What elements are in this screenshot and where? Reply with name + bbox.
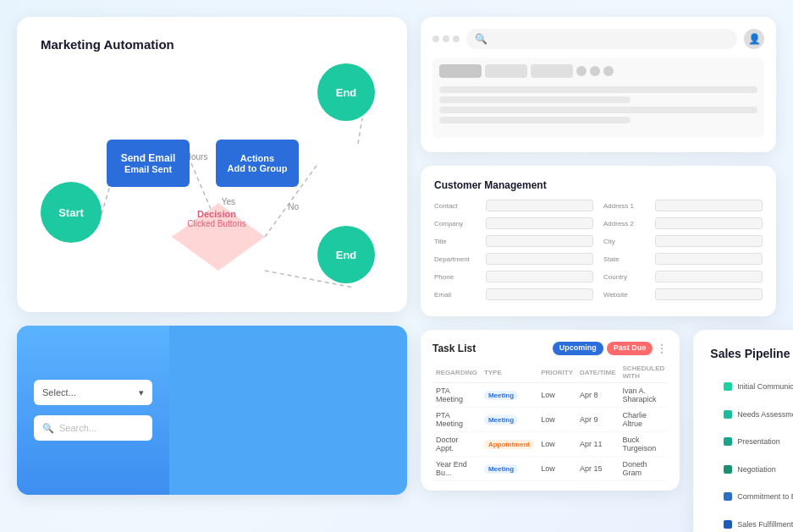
sales-content: Initial Communication 5 Needs Assessment… [710, 373, 793, 532]
end-node-bottom: End [317, 226, 375, 283]
left-column: Marketing Automation Start [17, 17, 407, 532]
form-input-contact[interactable] [486, 200, 593, 211]
customer-title: Customer Management [434, 179, 763, 191]
form-row-email: Email [434, 288, 593, 300]
actions-node[interactable]: Actions Add to Group [216, 140, 299, 187]
browser-tab-2[interactable] [485, 64, 527, 78]
cell-priority: Low [537, 457, 576, 481]
form-input-phone[interactable] [486, 271, 593, 282]
task-table: REGARDING TYPE PRIORITY DATE/TIME SCHEDU… [432, 362, 668, 481]
col-datetime: DATE/TIME [576, 362, 620, 383]
upcoming-badge[interactable]: Upcoming [553, 342, 603, 355]
form-row-address2: Address 2 [603, 217, 763, 229]
chevron-down-icon: ▾ [139, 387, 144, 398]
browser-icon-2[interactable] [590, 66, 600, 76]
form-row-phone: Phone [434, 271, 593, 282]
type-badge-meeting: Meeting [484, 464, 518, 474]
form-input-address2[interactable] [655, 217, 763, 229]
task-list-card: Task List Upcoming Past Due ⋮ REGARDING … [421, 330, 680, 491]
sales-legend: Initial Communication 5 Needs Assessment… [724, 373, 793, 532]
sales-pipeline-container: Sales Pipeline Count Value Initia [693, 330, 793, 532]
legend-item: Sales Fulfillment 1 [724, 520, 793, 529]
form-row-city: City [603, 235, 763, 247]
form-label-city: City [603, 238, 650, 245]
marketing-automation-card: Marketing Automation Start [17, 17, 407, 312]
actions-sub: Add to Group [228, 163, 288, 173]
form-label-title: Title [434, 238, 481, 245]
browser-dot-red [432, 36, 439, 42]
table-row[interactable]: PTA Meeting Meeting Low Apr 9 Charlie Al… [432, 408, 668, 432]
dropdown-mock[interactable]: Select... ▾ [34, 380, 152, 405]
marketing-title: Marketing Automation [41, 37, 383, 52]
cell-regarding: PTA Meeting [432, 408, 481, 432]
cell-datetime: Apr 8 [576, 383, 620, 408]
task-list-title: Task List [432, 343, 476, 354]
search-label: Search... [59, 423, 96, 433]
browser-toolbar: 🔍 👤 [432, 29, 764, 49]
form-input-state[interactable] [655, 253, 763, 265]
task-blue-sidebar: Select... ▾ 🔍 Search... [17, 326, 169, 495]
dropdown-value: Select... [42, 387, 76, 398]
task-list-header: Task List Upcoming Past Due ⋮ [432, 342, 668, 355]
browser-line-2 [439, 96, 631, 103]
svg-line-3 [358, 118, 362, 144]
browser-icon-1[interactable] [576, 66, 586, 76]
send-email-node[interactable]: Send Email Email Sent [107, 140, 190, 187]
cell-scheduled: Charlie Altrue [620, 408, 669, 432]
table-row[interactable]: PTA Meeting Meeting Low Apr 8 Ivan A. Sh… [432, 383, 668, 408]
legend-label: Negotiation [737, 465, 793, 474]
form-input-address1[interactable] [655, 200, 763, 211]
form-label-phone: Phone [434, 273, 481, 281]
cell-priority: Low [537, 432, 576, 457]
legend-item: Negotiation 19 [724, 465, 793, 474]
cell-regarding: Year End Bu... [432, 457, 481, 481]
browser-icon-3[interactable] [603, 66, 614, 76]
form-input-dept[interactable] [486, 253, 593, 265]
past-due-badge[interactable]: Past Due [607, 342, 653, 355]
form-row-website: Website [603, 288, 763, 300]
legend-dot [724, 492, 732, 501]
browser-addressbar[interactable]: 🔍 [466, 29, 737, 49]
actions-main: Actions [240, 153, 274, 163]
browser-action-icons [576, 64, 614, 78]
form-input-website[interactable] [655, 288, 763, 300]
form-input-title[interactable] [486, 235, 593, 247]
avatar[interactable]: 👤 [744, 29, 764, 49]
customer-management-card: Customer Management Contact Address 1 Co… [421, 166, 776, 316]
cell-regarding: Doctor Appt. [432, 432, 481, 457]
form-label-company: Company [434, 220, 481, 228]
form-label-state: State [603, 255, 650, 263]
browser-tab-3[interactable] [531, 64, 573, 78]
cell-scheduled: Doneth Gram [620, 457, 669, 481]
decision-node[interactable]: Decision Clicked Buttons [166, 209, 267, 228]
sales-header: Sales Pipeline Count Value [710, 345, 793, 361]
table-row[interactable]: Doctor Appt. Appointment Low Apr 11 Buck… [432, 432, 668, 457]
search-icon: 🔍 [42, 423, 54, 434]
form-input-company[interactable] [486, 217, 593, 229]
browser-dot-green [453, 36, 460, 42]
browser-line-3 [439, 107, 757, 113]
legend-dot [724, 382, 732, 391]
cell-regarding: PTA Meeting [432, 383, 481, 408]
legend-label: Needs Assessment [737, 410, 793, 419]
table-header-row: REGARDING TYPE PRIORITY DATE/TIME SCHEDU… [432, 362, 668, 383]
form-input-country[interactable] [655, 271, 763, 282]
legend-item: Initial Communication 5 [724, 382, 793, 391]
cell-scheduled: Ivan A. Sharapick [620, 383, 669, 408]
table-row[interactable]: Year End Bu... Meeting Low Apr 15 Doneth… [432, 457, 668, 481]
form-row-country: Country [603, 271, 763, 282]
decision-sub: Clicked Buttons [166, 219, 267, 228]
search-mock[interactable]: 🔍 Search... [34, 415, 152, 441]
col-regarding: REGARDING [432, 362, 481, 383]
flowchart: Start End End Send Email Email Sent Ac [41, 72, 383, 292]
form-input-email[interactable] [486, 288, 593, 300]
legend-label: Initial Communication [737, 382, 793, 391]
col-type: TYPE [481, 362, 537, 383]
legend-label: Commitment to Buy [737, 492, 793, 501]
browser-tab-1[interactable] [439, 64, 482, 78]
more-options-icon[interactable]: ⋮ [656, 342, 668, 355]
col-priority: PRIORITY [537, 362, 576, 383]
form-input-city[interactable] [655, 235, 763, 247]
browser-line-1 [439, 86, 757, 93]
legend-dot [724, 410, 732, 419]
